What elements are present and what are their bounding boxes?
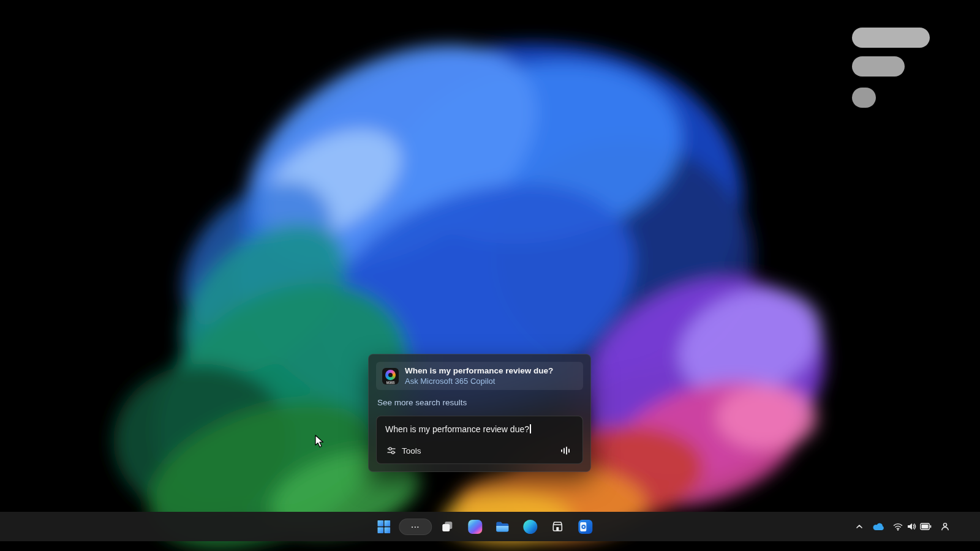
- suggestion-title: When is my performance review due?: [405, 366, 553, 375]
- watermark-bar-small: [852, 88, 876, 108]
- chevron-up-icon: [855, 522, 864, 531]
- windows-logo-icon: [377, 520, 390, 533]
- system-tray: [852, 512, 953, 541]
- see-more-results-link[interactable]: See more search results: [377, 398, 582, 407]
- store-button[interactable]: [545, 514, 570, 539]
- sliders-icon: [386, 446, 396, 455]
- watermark-bar-large: [852, 28, 930, 48]
- wifi-icon: [893, 522, 903, 531]
- storefront-icon: [551, 520, 564, 533]
- person-icon: [940, 522, 950, 531]
- people-button[interactable]: [937, 515, 953, 538]
- task-view-button[interactable]: [435, 514, 459, 539]
- tools-label: Tools: [402, 446, 421, 455]
- folder-icon: [495, 520, 510, 533]
- outlook-o: [581, 525, 586, 529]
- search-input-text: When is my performance review due?: [385, 424, 529, 434]
- watermark-bar-medium: [852, 56, 905, 77]
- copilot-suggestion-row[interactable]: M365 When is my performance review due? …: [376, 362, 583, 390]
- search-flyout: M365 When is my performance review due? …: [368, 354, 591, 472]
- quick-settings-button[interactable]: [890, 515, 935, 538]
- suggestion-text: When is my performance review due? Ask M…: [405, 366, 553, 386]
- dictation-icon: [560, 446, 571, 455]
- suggestion-subtitle: Ask Microsoft 365 Copilot: [405, 377, 553, 386]
- m365-copilot-icon: M365: [382, 368, 399, 384]
- file-explorer-button[interactable]: [490, 514, 514, 539]
- m365-copilot-ring: [385, 370, 396, 380]
- taskbar-center-icons: ...: [371, 512, 597, 541]
- onedrive-button[interactable]: [869, 515, 888, 538]
- onedrive-cloud-icon: [872, 522, 884, 531]
- edge-icon: [523, 520, 537, 534]
- copilot-icon: [468, 520, 482, 534]
- hidden-icons-button[interactable]: [852, 515, 867, 538]
- copilot-button[interactable]: [462, 514, 487, 539]
- text-caret: [530, 424, 531, 433]
- start-button[interactable]: [371, 514, 396, 539]
- taskbar: ...: [0, 512, 980, 541]
- search-input[interactable]: When is my performance review due?: [385, 424, 574, 434]
- search-box-toolbar: Tools: [385, 443, 574, 458]
- outlook-button[interactable]: [573, 514, 597, 539]
- taskbar-search-pill[interactable]: ...: [399, 519, 432, 535]
- search-overflow-ellipsis: ...: [411, 520, 420, 530]
- watermark-logo: [852, 28, 930, 116]
- voice-input-button[interactable]: [558, 444, 574, 457]
- speaker-icon: [907, 522, 916, 531]
- search-input-box[interactable]: When is my performance review due? Tools: [376, 416, 583, 464]
- battery-icon: [920, 523, 932, 530]
- edge-button[interactable]: [518, 514, 542, 539]
- task-view-icon: [440, 520, 454, 533]
- outlook-icon: [578, 520, 592, 534]
- tools-button[interactable]: Tools: [385, 443, 425, 458]
- m365-badge: M365: [386, 381, 395, 384]
